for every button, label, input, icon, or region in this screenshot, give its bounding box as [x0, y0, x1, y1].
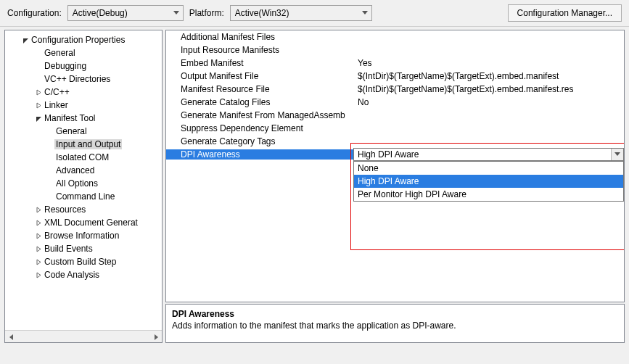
expand-right-icon[interactable] — [34, 233, 43, 239]
tree-label: General — [43, 48, 77, 58]
tree-label: XML Document Generat — [43, 218, 139, 228]
property-value: No — [353, 97, 624, 107]
tree-item[interactable]: General — [5, 46, 162, 59]
tree-item[interactable]: Resources — [5, 203, 162, 216]
tree-item[interactable]: Browse Information — [5, 229, 162, 242]
tree-item[interactable]: Debugging — [5, 59, 162, 73]
tree-item[interactable]: Custom Build Step — [5, 255, 162, 268]
property-name: Generate Category Tags — [166, 136, 353, 146]
scroll-left-icon[interactable] — [5, 331, 17, 343]
property-name: Output Manifest File — [166, 71, 353, 81]
tree-item[interactable]: VC++ Directories — [5, 73, 162, 86]
dropdown-option[interactable]: None — [354, 162, 623, 175]
expand-right-icon[interactable] — [34, 259, 43, 265]
dropdown-option[interactable]: Per Monitor High DPI Aware — [354, 188, 623, 201]
property-row[interactable]: Suppress Dependency Element — [166, 122, 624, 135]
property-row[interactable]: Embed ManifestYes — [166, 57, 624, 70]
description-panel: DPI Awareness Adds information to the ma… — [165, 304, 625, 343]
expand-right-icon[interactable] — [34, 220, 43, 226]
chevron-down-icon — [360, 7, 370, 20]
property-row[interactable]: Generate Manifest From ManagedAssemb — [166, 109, 624, 122]
tree-label: Code Analysis — [43, 270, 101, 280]
tree-item[interactable]: All Options — [5, 177, 162, 190]
expand-right-icon[interactable] — [34, 102, 43, 109]
property-name: Generate Catalog Files — [166, 97, 353, 107]
tree-item[interactable]: Linker — [5, 99, 162, 112]
property-value-dropdown[interactable]: High DPI Aware — [353, 148, 624, 161]
property-row[interactable]: Additional Manifest Files — [166, 30, 624, 44]
tree-item[interactable]: Isolated COM — [5, 151, 162, 164]
expand-right-icon[interactable] — [34, 207, 43, 213]
tree-label: Isolated COM — [54, 152, 110, 162]
main-area: Configuration PropertiesGeneralDebugging… — [0, 27, 629, 347]
tree-label: Advanced — [54, 165, 96, 175]
description-title: DPI Awareness — [172, 309, 618, 319]
tree-item[interactable]: Input and Output — [5, 138, 162, 151]
dpi-dropdown-list[interactable]: NoneHigh DPI AwarePer Monitor High DPI A… — [353, 161, 624, 202]
configuration-value: Active(Debug) — [73, 8, 128, 18]
property-name: Input Resource Manifests — [166, 45, 353, 55]
chevron-down-icon[interactable] — [611, 149, 623, 160]
tree-label: VC++ Directories — [43, 74, 112, 84]
property-value: High DPI Aware — [358, 149, 419, 160]
property-row[interactable]: Manifest Resource File$(IntDir)$(TargetN… — [166, 83, 624, 96]
property-value: $(IntDir)$(TargetName)$(TargetExt).embed… — [353, 84, 624, 94]
tree-label: Browse Information — [43, 231, 120, 241]
property-name: Generate Manifest From ManagedAssemb — [166, 110, 353, 120]
tree-label: General — [54, 126, 89, 136]
platform-combo[interactable]: Active(Win32) — [230, 5, 372, 21]
property-row[interactable]: Input Resource Manifests — [166, 44, 624, 57]
property-value: Yes — [353, 58, 624, 68]
property-name: Suppress Dependency Element — [166, 123, 353, 133]
tree-item[interactable]: C/C++ — [5, 86, 162, 99]
expand-right-icon[interactable] — [34, 246, 43, 252]
platform-label: Platform: — [189, 8, 224, 18]
tree-item[interactable]: Command Line — [5, 190, 162, 203]
property-row[interactable]: Generate Catalog FilesNo — [166, 96, 624, 109]
tree-label: Command Line — [54, 191, 116, 202]
expand-down-icon[interactable] — [34, 115, 43, 122]
property-name: Manifest Resource File — [166, 84, 353, 94]
description-body: Adds information to the manifest that ma… — [172, 320, 618, 331]
dropdown-option[interactable]: High DPI Aware — [354, 175, 623, 188]
property-name: DPI Awareness — [166, 149, 353, 160]
property-name: Additional Manifest Files — [166, 32, 353, 42]
tree-label: Input and Output — [54, 139, 122, 149]
horizontal-scrollbar[interactable] — [5, 330, 162, 342]
tree-item[interactable]: XML Document Generat — [5, 216, 162, 229]
tree-label: Debugging — [43, 61, 88, 71]
configuration-combo[interactable]: Active(Debug) — [67, 5, 184, 21]
platform-value: Active(Win32) — [235, 8, 289, 18]
tree-item[interactable]: Configuration Properties — [5, 33, 162, 46]
tree-item[interactable]: Build Events — [5, 242, 162, 255]
property-grid: Additional Manifest FilesInput Resource … — [165, 30, 625, 302]
property-row[interactable]: Generate Category Tags — [166, 135, 624, 148]
tree-label: Build Events — [43, 244, 94, 254]
tree-label: Linker — [43, 100, 70, 110]
content-column: Additional Manifest FilesInput Resource … — [165, 30, 625, 343]
expand-right-icon[interactable] — [34, 272, 43, 278]
property-name: Embed Manifest — [166, 58, 353, 68]
tree-label: C/C++ — [43, 87, 71, 97]
tree-label: Resources — [43, 204, 87, 215]
tree-item[interactable]: General — [5, 125, 162, 138]
tree-label: All Options — [54, 178, 99, 189]
property-value: $(IntDir)$(TargetName)$(TargetExt).embed… — [353, 71, 624, 81]
tree-label: Custom Build Step — [43, 257, 118, 267]
scroll-right-icon[interactable] — [149, 331, 162, 343]
tree-label: Manifest Tool — [43, 113, 96, 123]
property-row[interactable]: Output Manifest File$(IntDir)$(TargetNam… — [166, 70, 624, 83]
tree-item[interactable]: Advanced — [5, 164, 162, 177]
tree-label: Configuration Properties — [30, 35, 126, 45]
expand-right-icon[interactable] — [34, 89, 43, 96]
tree-item[interactable]: Code Analysis — [5, 268, 162, 281]
tree-sidebar: Configuration PropertiesGeneralDebugging… — [4, 30, 163, 343]
expand-down-icon[interactable] — [21, 37, 30, 44]
property-row[interactable]: DPI AwarenessHigh DPI Aware — [166, 148, 624, 161]
tree-item[interactable]: Manifest Tool — [5, 112, 162, 125]
top-toolbar: Configuration: Active(Debug) Platform: A… — [0, 0, 629, 27]
configuration-manager-button[interactable]: Configuration Manager... — [508, 4, 622, 22]
chevron-down-icon — [171, 7, 181, 20]
configuration-label: Configuration: — [7, 8, 62, 18]
